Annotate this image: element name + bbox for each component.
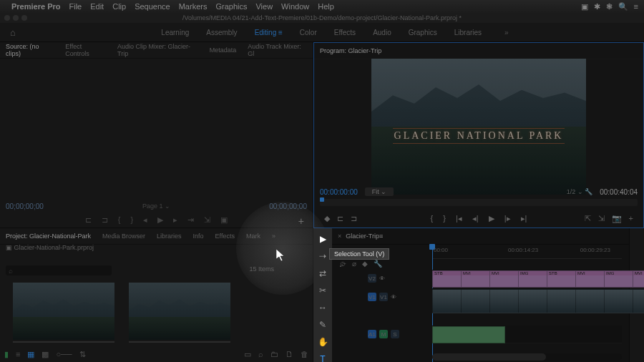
- track-select-tool[interactable]: ⇢: [317, 251, 328, 261]
- overwrite-icon[interactable]: ⇲: [204, 215, 210, 225]
- project-thumb[interactable]: [13, 283, 114, 340]
- auto-sequence-icon[interactable]: ▭: [244, 350, 251, 359]
- menu-graphics[interactable]: Graphics: [215, 2, 247, 11]
- sync-icon[interactable]: ❃: [606, 2, 613, 11]
- extract-icon[interactable]: ⇲: [598, 214, 605, 223]
- new-item-icon[interactable]: 🗋: [286, 350, 293, 359]
- tab-metadata[interactable]: Metadata: [210, 47, 237, 54]
- go-out-icon[interactable]: }: [443, 214, 446, 223]
- source-tc-left[interactable]: 00;00;00;00: [6, 202, 44, 210]
- step-fwd-icon[interactable]: ▸: [173, 215, 177, 225]
- a1-source[interactable]: A1: [368, 330, 376, 338]
- cc-icon[interactable]: ▣: [581, 2, 588, 11]
- mark-in-icon[interactable]: ⊏: [337, 214, 343, 223]
- track-v2[interactable]: STBMVIMVIIMGSTBMVIIMGMVISTA: [432, 270, 622, 288]
- program-scrubber[interactable]: [320, 199, 638, 206]
- hand-tool[interactable]: ✋: [317, 337, 328, 347]
- tab-project[interactable]: Project: Glacier-National-Park: [6, 233, 91, 240]
- ws-editing[interactable]: Editing ≡: [255, 29, 283, 36]
- type-tool[interactable]: T: [317, 354, 328, 362]
- go-in-icon[interactable]: {: [431, 214, 434, 223]
- list-view-icon[interactable]: ≡: [16, 350, 20, 359]
- tab-effects[interactable]: Effects: [215, 233, 235, 240]
- playhead-icon[interactable]: [320, 197, 324, 202]
- audio-clip[interactable]: [432, 326, 505, 343]
- sort-icon[interactable]: ⇅: [79, 350, 86, 359]
- razor-tool[interactable]: ✂: [317, 285, 328, 295]
- step-back-icon[interactable]: |◂: [456, 214, 462, 223]
- project-bin-name[interactable]: Glacier-National-Park.prproj: [14, 244, 94, 251]
- ripple-edit-tool[interactable]: ⇄: [317, 268, 328, 278]
- seq-close-icon[interactable]: ×: [338, 233, 341, 240]
- mark-out-icon[interactable]: ⊐: [351, 214, 357, 223]
- zoom-slider[interactable]: ○──: [56, 350, 72, 359]
- timeline-zoom-scroll[interactable]: [432, 353, 622, 361]
- btn-editor-plus-icon[interactable]: +: [629, 214, 633, 223]
- step-back-icon[interactable]: ◂: [143, 215, 147, 225]
- tab-program[interactable]: Program: Glacier-Trip: [320, 47, 381, 54]
- timeline-clip[interactable]: [432, 289, 462, 313]
- program-tc-left[interactable]: 00:00:00:00: [320, 188, 358, 196]
- ws-audio[interactable]: Audio: [373, 29, 391, 36]
- mark-in-icon[interactable]: ⊏: [85, 215, 92, 225]
- scroll-handle[interactable]: [432, 353, 546, 361]
- program-monitor[interactable]: GLACIER NATIONAL PARK: [371, 59, 586, 195]
- timeline-clip[interactable]: [547, 289, 577, 313]
- mark-out-icon[interactable]: ⊐: [102, 215, 108, 225]
- new-bin-icon[interactable]: 🗀: [270, 350, 278, 359]
- ws-learning[interactable]: Learning: [161, 29, 189, 36]
- selection-tool[interactable]: ▶: [317, 234, 328, 244]
- timeline-clip[interactable]: STB: [547, 270, 577, 288]
- timeline-clip[interactable]: MVI: [633, 270, 644, 288]
- frame-back-icon[interactable]: ◂|: [472, 214, 479, 223]
- snap-icon[interactable]: ⌮: [339, 260, 346, 268]
- menu-markers[interactable]: Markers: [179, 2, 208, 11]
- go-in-icon[interactable]: {: [118, 215, 121, 225]
- spotlight-icon[interactable]: 🔍: [618, 2, 628, 11]
- menu-file[interactable]: File: [69, 2, 82, 11]
- lift-icon[interactable]: ⇱: [585, 214, 591, 223]
- tab-audio-track-mixer[interactable]: Audio Track Mixer: Gl: [248, 43, 307, 57]
- v1-toggle[interactable]: V1: [379, 293, 388, 301]
- tab-markers[interactable]: Mark: [246, 233, 260, 240]
- insert-icon[interactable]: ⇥: [187, 215, 194, 225]
- ws-graphics[interactable]: Graphics: [409, 29, 437, 36]
- menu-sequence[interactable]: Sequence: [135, 2, 170, 11]
- timeline-clip[interactable]: STB: [432, 270, 462, 288]
- export-frame-icon[interactable]: ▣: [220, 215, 228, 225]
- timeline-clip[interactable]: [489, 289, 519, 313]
- track-a1[interactable]: Audio 1: [432, 326, 622, 343]
- timeline-clip[interactable]: IMG: [604, 270, 634, 288]
- timeline-clip[interactable]: [604, 289, 634, 313]
- status-icon[interactable]: ✱: [594, 2, 600, 11]
- timeline-clip[interactable]: [518, 289, 548, 313]
- icon-view-icon[interactable]: ▦: [27, 350, 34, 359]
- timeline-clip[interactable]: [461, 289, 491, 313]
- tab-libraries[interactable]: Libraries: [157, 233, 182, 240]
- zoom-fit-select[interactable]: Fit ⌄: [365, 187, 394, 196]
- menu-window[interactable]: Window: [281, 2, 309, 11]
- timeline-ruler[interactable]: 00:00 00:00:14:23 00:00:29:23: [432, 244, 622, 259]
- app-name[interactable]: Premiere Pro: [11, 2, 60, 11]
- tab-effect-controls[interactable]: Effect Controls: [65, 43, 106, 57]
- drag-video-icon[interactable]: ▮: [4, 350, 9, 359]
- timeline-clip[interactable]: [575, 289, 605, 313]
- menu-view[interactable]: View: [255, 2, 273, 11]
- project-thumb[interactable]: [129, 283, 230, 340]
- eye-icon[interactable]: 👁: [379, 275, 385, 282]
- v2-toggle[interactable]: V2: [368, 274, 376, 283]
- freeform-view-icon[interactable]: ▩: [42, 350, 49, 359]
- ws-assembly[interactable]: Assembly: [206, 29, 237, 36]
- menu-clip[interactable]: Clip: [112, 2, 126, 11]
- project-search-input[interactable]: ⌕: [6, 265, 112, 275]
- frame-fwd-icon[interactable]: |▸: [504, 214, 511, 223]
- a1-toggle[interactable]: M: [379, 330, 388, 338]
- tab-source[interactable]: Source: (no clips): [6, 43, 54, 57]
- a1-solo[interactable]: S: [391, 330, 399, 338]
- linked-sel-icon[interactable]: ⌀: [352, 260, 356, 268]
- timeline-clip[interactable]: IMG: [518, 270, 548, 288]
- tab-info[interactable]: Info: [193, 233, 204, 240]
- timeline-clip[interactable]: MVI: [461, 270, 491, 288]
- home-icon[interactable]: ⌂: [0, 27, 26, 38]
- ws-color[interactable]: Color: [300, 29, 317, 36]
